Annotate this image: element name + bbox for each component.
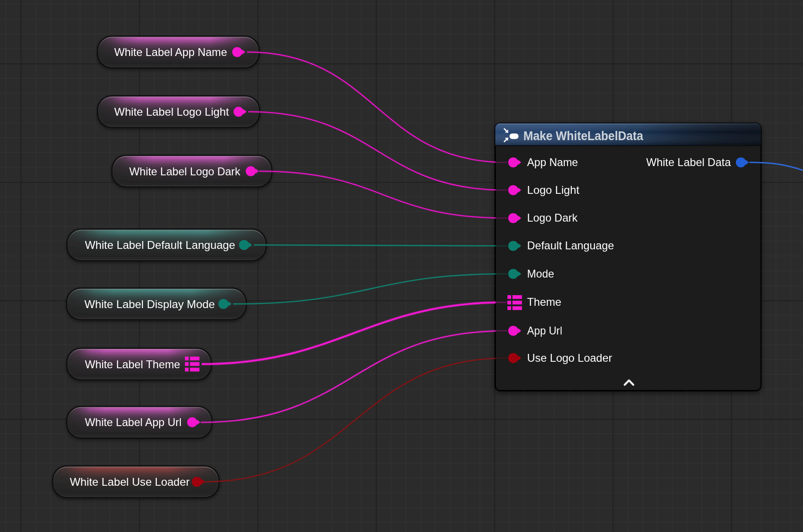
svg-text:White Label Use Loader: White Label Use Loader <box>70 476 190 488</box>
svg-text:Theme: Theme <box>527 296 562 308</box>
svg-text:Default Language: Default Language <box>527 239 614 252</box>
svg-text:White Label App Url: White Label App Url <box>85 416 182 428</box>
svg-text:White Label Logo Light: White Label Logo Light <box>114 105 229 118</box>
svg-text:White Label Default Language: White Label Default Language <box>85 239 235 251</box>
svg-text:White Label App Name: White Label App Name <box>114 46 227 58</box>
svg-text:Logo Light: Logo Light <box>527 184 580 196</box>
svg-text:App Url: App Url <box>527 324 562 337</box>
svg-text:App Name: App Name <box>527 156 578 168</box>
svg-text:White Label Theme: White Label Theme <box>85 358 180 371</box>
svg-text:Logo Dark: Logo Dark <box>527 211 578 224</box>
svg-text:White Label Display Mode: White Label Display Mode <box>85 298 215 310</box>
svg-text:White Label Data: White Label Data <box>646 156 731 168</box>
svg-text:White Label Logo Dark: White Label Logo Dark <box>130 165 241 178</box>
svg-text:Mode: Mode <box>527 267 555 280</box>
svg-text:Use Logo Loader: Use Logo Loader <box>527 352 612 364</box>
svg-text:Make WhiteLabelData: Make WhiteLabelData <box>524 129 643 143</box>
